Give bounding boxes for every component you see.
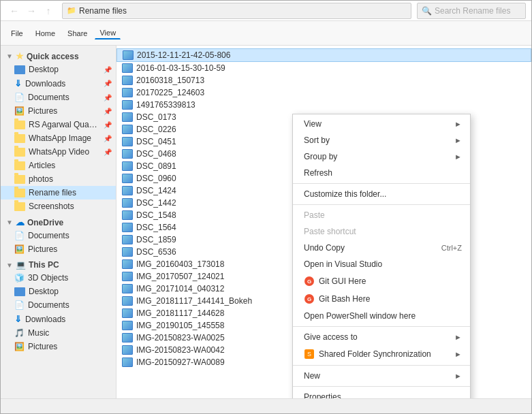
file-icon [122,321,133,330]
ctx-new[interactable]: New ► [293,368,470,384]
file-icon [122,125,133,134]
sidebar-item-rename-files[interactable]: Rename files [1,186,116,200]
sidebar-item-label: Rename files [29,188,76,197]
ctx-sep-5 [293,386,470,387]
file-name: DSC_1424 [136,186,176,195]
ctx-undo-copy[interactable]: Undo Copy Ctrl+Z [293,240,470,256]
sidebar-item-pc-documents[interactable]: 📄 Documents [1,298,116,312]
file-item[interactable]: 2016-01-03-15-30-10-59 [116,62,531,74]
ctx-view[interactable]: View ► [293,116,470,132]
ctx-groupby-label: Group by [304,152,337,161]
file-name: 1491765339813 [136,100,195,110]
ctx-git-gui[interactable]: G Git GUI Here [293,272,470,290]
ribbon-tab-home[interactable]: Home [31,27,60,39]
ribbon-tab-view[interactable]: View [95,27,121,39]
git-gui-icon: G [304,276,315,287]
pin-icon: 📌 [104,66,112,74]
file-item[interactable]: 20160318_150713 [116,74,531,86]
file-icon [122,63,133,73]
file-icon [122,174,133,183]
desktop-icon [14,287,25,296]
sidebar-item-desktop[interactable]: Desktop 📌 [1,63,116,76]
onedrive-label: OneDrive [27,218,63,227]
sidebar-item-whatsapp-image[interactable]: WhatsApp Image 📌 [1,131,116,145]
ctx-sortby[interactable]: Sort by ► [293,132,470,148]
sidebar-item-pc-downloads[interactable]: ⇓ Downloads [1,312,116,326]
ctx-sep-4 [293,365,470,366]
sidebar-item-pc-pictures[interactable]: 🖼️ Pictures [1,340,116,353]
onedrive-header[interactable]: ▼ ☁ OneDrive [1,214,116,229]
sidebar-item-3dobjects[interactable]: 🧊 3D Objects [1,271,116,285]
ribbon-tab-share[interactable]: Share [63,27,92,39]
sidebar-item-od-pictures[interactable]: 🖼️ Pictures [1,242,116,256]
file-icon [122,100,133,110]
file-name: IMG_20181117_144628 [136,308,224,318]
quickaccess-section: ▼ ★ Quick access Desktop 📌 ⇓ Downloads 📌… [1,48,116,213]
forward-button[interactable]: → [23,3,40,19]
ribbon-tab-file[interactable]: File [6,27,28,39]
file-icon [122,235,133,244]
submenu-arrow: ► [454,372,462,380]
up-button[interactable]: ↑ [40,3,57,19]
thispc-section: ▼ 💻 This PC 🧊 3D Objects Desktop 📄 Docum… [1,257,116,353]
ctx-give-access[interactable]: Give access to ► [293,329,470,345]
sidebar-item-pc-desktop[interactable]: Desktop [1,285,116,298]
ctx-open-vs[interactable]: Open in Visual Studio [293,256,470,272]
ctx-git-bash[interactable]: G Git Bash Here [293,290,470,308]
file-name: 2015-12-11-21-42-05-806 [137,50,230,60]
file-item[interactable]: 2015-12-11-21-42-05-806 [116,48,531,62]
thispc-header[interactable]: ▼ 💻 This PC [1,257,116,271]
ctx-refresh[interactable]: Refresh [293,165,470,181]
ctx-paste[interactable]: Paste [293,207,470,223]
ctx-undo-shortcut: Ctrl+Z [441,244,462,252]
quickaccess-header[interactable]: ▼ ★ Quick access [1,48,116,63]
nav-buttons: ← → ↑ [6,3,57,19]
git-bash-icon: G [304,293,315,304]
context-menu: View ► Sort by ► Group by ► Refresh Cust… [292,114,471,398]
sidebar-item-od-documents[interactable]: 📄 Documents [1,229,116,242]
sidebar-item-label: RS Agarwal Quan... [29,120,100,129]
file-name: IMG_20170507_124021 [136,272,224,281]
documents-icon: 📄 [14,231,25,240]
sidebar-item-documents[interactable]: 📄 Documents 📌 [1,91,116,104]
ctx-powershell[interactable]: Open PowerShell window here [293,308,470,324]
ctx-sep-2 [293,204,470,205]
sidebar-item-pictures[interactable]: 🖼️ Pictures 📌 [1,104,116,118]
pin-icon: 📌 [104,135,112,142]
sidebar-item-downloads[interactable]: ⇓ Downloads 📌 [1,76,116,91]
ctx-customize[interactable]: Customize this folder... [293,186,470,202]
submenu-arrow: ► [454,120,462,128]
file-item[interactable]: 20170225_124603 [116,86,531,99]
search-placeholder: Search Rename files [435,6,510,16]
sidebar-item-label: Documents [28,231,69,240]
search-bar[interactable]: 🔍 Search Rename files [417,3,526,19]
file-name: IMG_20181117_144141_Bokeh [136,296,252,306]
sidebar-item-rsagarwal[interactable]: RS Agarwal Quan... 📌 [1,118,116,131]
ctx-shared-folder[interactable]: S Shared Folder Synchronization ► [293,345,470,363]
ctx-properties[interactable]: Properties [293,389,470,398]
sidebar-item-articles[interactable]: Articles [1,159,116,172]
sidebar-item-pc-music[interactable]: 🎵 Music [1,326,116,340]
ctx-powershell-label: Open PowerShell window here [304,311,416,321]
ctx-groupby[interactable]: Group by ► [293,148,470,165]
sidebar-item-screenshots[interactable]: Screenshots [1,200,116,213]
collapse-icon: ▼ [6,52,13,60]
file-name: IMG_20190105_145558 [136,321,224,330]
ctx-paste-label: Paste [304,210,325,220]
back-button[interactable]: ← [6,3,22,19]
sidebar-item-whatsapp-video[interactable]: WhatsApp Video 📌 [1,145,116,159]
pin-icon: 📌 [104,121,112,129]
desktop-icon [14,65,25,74]
ctx-sep-1 [293,183,470,184]
pin-icon: 📌 [104,108,112,115]
address-bar[interactable]: 📁 Rename files [62,3,411,19]
sidebar-item-photos[interactable]: photos [1,172,116,186]
documents-icon: 📄 [14,93,25,102]
thispc-icon: 💻 [16,260,26,270]
pictures-icon: 🖼️ [14,244,25,254]
file-icon [122,259,133,269]
quickaccess-label: Quick access [27,52,79,61]
ctx-paste-shortcut[interactable]: Paste shortcut [293,223,470,240]
file-item[interactable]: 1491765339813 [116,99,531,111]
sidebar-item-label: Documents [28,300,69,310]
